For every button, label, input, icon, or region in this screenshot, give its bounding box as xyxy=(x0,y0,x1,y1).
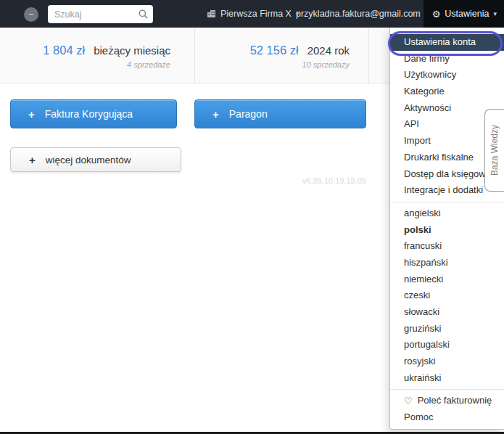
year-total-label: 2024 rok xyxy=(307,44,350,57)
language-item-ukrainski[interactable]: ukraiński xyxy=(390,370,504,387)
language-item-slowacki[interactable]: słowacki xyxy=(390,304,504,321)
language-item-portugalski[interactable]: portugalski xyxy=(390,337,504,353)
menu-item-help[interactable]: Pomoc xyxy=(390,409,504,426)
heart-icon: ♡ xyxy=(404,396,413,406)
plus-icon: + xyxy=(212,108,219,120)
month-sales-count: 4 sprzedaże xyxy=(127,60,170,69)
language-item-niemiecki[interactable]: niemiecki xyxy=(390,271,504,288)
stat-current-month: 1 804 zł bieżący miesiąc 4 sprzedaże xyxy=(0,28,194,83)
receipt-label: Paragon xyxy=(229,108,268,120)
search-input[interactable] xyxy=(48,5,153,23)
year-sales-count: 10 sprzedaży xyxy=(302,60,350,69)
building-icon xyxy=(207,9,216,18)
settings-dropdown-menu: Ustawienia konta Dane firmy Użytkownicy … xyxy=(389,28,504,430)
menu-item-refer[interactable]: ♡ Poleć fakturownię xyxy=(390,393,504,409)
plus-icon: + xyxy=(28,108,35,120)
language-item-gruzinski[interactable]: gruziński xyxy=(390,321,504,337)
menu-item-categories[interactable]: Kategorie xyxy=(390,83,504,100)
settings-menu-button[interactable]: ⚙ Ustawienia ▾ xyxy=(424,0,504,28)
company-name: Pierwsza Firma X xyxy=(220,9,292,19)
language-item-rosyjski[interactable]: rosyjski xyxy=(390,353,504,370)
collapse-sidebar-button[interactable]: − xyxy=(24,7,38,22)
year-total-value: 52 156 zł xyxy=(250,44,299,57)
language-item-czeski[interactable]: czeski xyxy=(390,287,504,304)
language-item-francuski[interactable]: francuski xyxy=(390,238,504,255)
menu-item-company-data[interactable]: Dane firmy xyxy=(390,51,504,67)
language-item-polski[interactable]: polski xyxy=(390,222,504,239)
language-item-angielski[interactable]: angielski xyxy=(390,205,504,222)
stat-current-year: 52 156 zł 2024 rok 10 sprzedaży xyxy=(195,28,368,83)
month-total-label: bieżący miesiąc xyxy=(94,44,170,57)
month-total-value: 1 804 zł xyxy=(43,44,85,57)
refer-label: Poleć fakturownię xyxy=(418,393,492,409)
user-email: przykladna.faktura@gmail.com xyxy=(296,9,421,19)
knowledge-base-tab[interactable]: Baza Wiedzy xyxy=(484,109,504,192)
search-box xyxy=(48,5,153,23)
menu-item-users[interactable]: Użytkownicy xyxy=(390,67,504,83)
menu-separator xyxy=(390,202,504,202)
app-version: v6.85.10.19.15.05 xyxy=(302,176,366,185)
top-navigation-bar: − Pierwsza Firma X ▾ przykladna.faktura@… xyxy=(0,0,504,28)
minus-icon: − xyxy=(28,9,34,20)
search-icon xyxy=(139,9,148,19)
caret-down-icon: ▾ xyxy=(493,11,497,17)
divider xyxy=(368,28,369,83)
correcting-invoice-label: Faktura Korygująca xyxy=(45,108,133,120)
app-window: − Pierwsza Firma X ▾ przykladna.faktura@… xyxy=(0,0,504,434)
knowledge-base-label: Baza Wiedzy xyxy=(489,125,500,176)
menu-separator xyxy=(390,389,504,390)
account-selector[interactable]: przykladna.faktura@gmail.com ▾ xyxy=(296,0,428,28)
correcting-invoice-button[interactable]: + Faktura Korygująca xyxy=(10,99,177,128)
more-documents-label: więcej dokumentów xyxy=(46,155,131,165)
plus-icon: + xyxy=(29,154,36,166)
gear-icon: ⚙ xyxy=(432,9,441,19)
company-selector[interactable]: Pierwsza Firma X ▾ xyxy=(207,0,299,28)
menu-item-account-settings[interactable]: Ustawienia konta xyxy=(390,34,504,51)
language-item-hiszpanski[interactable]: hiszpański xyxy=(390,255,504,271)
receipt-button[interactable]: + Paragon xyxy=(194,99,366,128)
more-documents-button[interactable]: + więcej dokumentów xyxy=(10,147,181,172)
settings-label: Ustawienia xyxy=(445,9,489,19)
